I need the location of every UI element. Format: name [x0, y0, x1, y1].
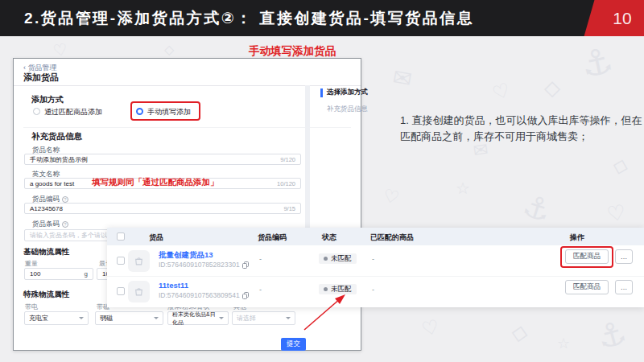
col-actions: 操作: [570, 232, 584, 243]
page-number: 10: [589, 0, 644, 36]
more-actions-button[interactable]: …: [615, 249, 633, 264]
star-icon: ☆: [456, 180, 470, 196]
char-counter: 9/15: [283, 205, 295, 212]
copy-icon[interactable]: [242, 261, 249, 269]
table-header-row: 货品 货品编码 状态 已匹配的商品 操作: [107, 228, 644, 245]
page-title: 添加货品: [23, 72, 59, 84]
chevron-down-icon: [286, 317, 291, 319]
other-select[interactable]: 请选择: [232, 311, 295, 325]
anchor-icon: ⚓: [578, 42, 617, 83]
liquid-powder-select[interactable]: 粉末类化妆品&日化品: [167, 311, 229, 325]
chevron-down-icon: [79, 317, 84, 319]
goods-thumbnail-icon: [128, 250, 150, 272]
select-all-checkbox[interactable]: [117, 232, 125, 241]
slide-title: 2.货品管理-添加货品方式②： 直接创建货品-填写货品信息: [24, 0, 474, 36]
submit-button[interactable]: 提交: [281, 338, 306, 351]
info-icon: ?: [62, 221, 68, 228]
col-goods-code: 货品编码: [258, 232, 287, 243]
goods-id: ID:5764609107563809541: [159, 291, 249, 299]
divider: [23, 127, 351, 128]
goods-code-value: A12345678: [30, 205, 63, 212]
battery-select[interactable]: 充电宝: [24, 311, 89, 325]
red-annotation: 填写规则同「通过匹配商品添加」: [92, 177, 219, 188]
goods-name-link[interactable]: 批量创建货品13: [159, 250, 213, 261]
english-name-value: a goods for test: [30, 180, 74, 187]
slide-header-bar: 2.货品管理-添加货品方式②： 直接创建货品-填写货品信息 10: [0, 0, 644, 36]
row-checkbox[interactable]: [117, 287, 125, 295]
section-supplement-info: 补充货品信息: [31, 131, 82, 142]
heart-icon: ♡: [52, 41, 68, 60]
star-icon: ☆: [557, 336, 570, 351]
weight-label: 重量: [25, 259, 38, 268]
diamond-icon: ◇: [164, 43, 174, 56]
weight-value: 100: [30, 270, 40, 278]
radio-match-product[interactable]: [33, 108, 40, 115]
anchor-icon: ⚓: [519, 190, 555, 228]
col-status: 状态: [322, 232, 336, 243]
goods-code-cell: -: [259, 286, 262, 294]
radio-match-product-label[interactable]: 通过匹配商品添加: [44, 107, 102, 117]
matched-product-cell: -: [372, 255, 374, 263]
heart-icon: ♡: [419, 317, 441, 339]
page-number-tab: 10: [584, 0, 644, 36]
field-label-goods-barcode: 货品条码 ?: [32, 220, 68, 229]
section-basic-logistics: 基础物流属性: [23, 247, 69, 257]
status-dot-icon: [324, 257, 328, 261]
slide-canvas: ⚓◇♡✉◇⚓♡☆♡✉⚓◇♡☆♡◇ 2.货品管理-添加货品方式②： 直接创建货品-…: [0, 0, 644, 362]
note-text: 1. 直接创建的货品，也可以做入库出库等操作，但在匹配商品之前，库存不可用于商城…: [400, 113, 644, 145]
chevron-down-icon: [219, 317, 224, 319]
weight-unit: g: [85, 270, 88, 278]
goods-name-value: 手动添加的货品示例: [30, 155, 88, 164]
heart-icon: ♡: [605, 201, 627, 225]
section-special-logistics: 特殊物流属性: [23, 290, 69, 300]
char-counter: 10/120: [277, 180, 295, 187]
goods-id: ID:5764609107852823301: [159, 261, 249, 269]
goods-code-input[interactable]: A12345678 9/15: [24, 203, 301, 214]
goods-name-input[interactable]: 手动添加的货品示例 9/120: [24, 154, 301, 165]
heart-icon: ♡: [490, 80, 513, 104]
goods-table: 货品 货品编码 状态 已匹配的商品 操作 批量创建货品13 ID:5764609…: [107, 228, 644, 307]
heart-icon: ♡: [382, 187, 401, 208]
slide-subtitle: 手动填写添加货品: [228, 44, 357, 59]
red-highlight-box-button: [560, 246, 613, 268]
diamond-icon: ◇: [544, 77, 560, 98]
red-highlight-box-radio: [130, 101, 200, 121]
diamond-icon: ◇: [510, 320, 530, 343]
char-counter: 9/120: [280, 156, 295, 163]
goods-code-cell: -: [259, 255, 262, 263]
matched-product-cell: -: [372, 286, 374, 294]
battery-label: 带电: [25, 302, 38, 311]
goods-name-link[interactable]: 11test11: [159, 281, 188, 290]
envelope-icon: ✉: [391, 66, 414, 92]
divider: [107, 276, 644, 277]
red-arrow-annotation: [298, 288, 354, 335]
status-badge: 未匹配: [319, 253, 357, 264]
anchor-icon: ⚓: [593, 315, 630, 354]
goods-thumbnail-icon: [128, 281, 150, 302]
match-product-button[interactable]: 匹配商品: [565, 280, 609, 294]
anchor-nav-item-select-method[interactable]: 选择添加方式: [327, 88, 368, 97]
weight-input[interactable]: 100 g: [24, 268, 93, 280]
row-checkbox[interactable]: [117, 257, 125, 265]
chevron-down-icon: [154, 317, 159, 319]
col-matched-product: 已匹配的商品: [370, 232, 414, 243]
magnetic-select[interactable]: 弱磁: [95, 311, 163, 325]
anchor-nav-item-supplement-info[interactable]: 补充货品信息: [327, 105, 368, 114]
info-icon: ?: [62, 196, 68, 203]
col-goods: 货品: [149, 232, 163, 243]
anchor-nav-indicator: [320, 88, 323, 97]
panel-gap: [305, 85, 310, 228]
copy-icon[interactable]: [242, 292, 249, 299]
diamond-icon: ◇: [611, 154, 630, 177]
more-actions-button[interactable]: …: [615, 280, 633, 294]
section-add-method: 添加方式: [31, 94, 64, 105]
